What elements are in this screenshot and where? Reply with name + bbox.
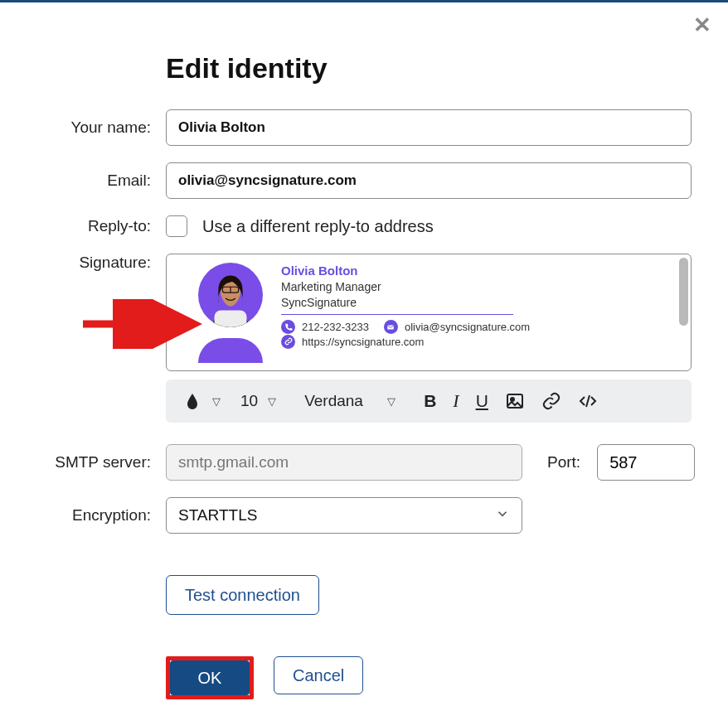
dialog-title: Edit identity xyxy=(166,52,692,85)
label-your-name: Your name: xyxy=(36,118,166,137)
label-signature: Signature: xyxy=(36,254,166,272)
svg-rect-2 xyxy=(215,311,247,327)
signature-company: SyncSignature xyxy=(281,295,530,311)
chevron-down-icon[interactable]: ▽ xyxy=(212,395,221,408)
editor-toolbar: ▽ 10 ▽ Verdana ▽ B I U xyxy=(166,380,692,423)
port-input[interactable] xyxy=(597,444,695,481)
label-smtp: SMTP server: xyxy=(36,453,166,471)
reply-to-checkbox[interactable] xyxy=(166,215,187,237)
label-email: Email: xyxy=(36,172,166,190)
signature-editor[interactable]: Olivia Bolton Marketing Manager SyncSign… xyxy=(166,254,692,371)
email-input[interactable] xyxy=(166,162,692,199)
close-icon[interactable]: ✕ xyxy=(693,14,711,36)
italic-button[interactable]: I xyxy=(448,387,463,415)
link-button[interactable] xyxy=(536,388,566,414)
link-icon xyxy=(281,335,295,349)
email-icon xyxy=(384,320,398,334)
label-encryption: Encryption: xyxy=(36,506,166,525)
dialog: Edit identity Your name: Email: Reply-to… xyxy=(0,2,728,706)
bold-button[interactable]: B xyxy=(419,388,441,414)
chevron-down-icon[interactable]: ▽ xyxy=(387,395,396,408)
phone-icon xyxy=(281,320,295,334)
font-family-value[interactable]: Verdana xyxy=(299,392,382,410)
test-connection-button[interactable]: Test connection xyxy=(166,575,319,615)
underline-button[interactable]: U xyxy=(471,388,493,414)
svg-point-5 xyxy=(511,398,514,401)
your-name-input[interactable] xyxy=(166,109,692,146)
ok-button-highlight: OK xyxy=(166,656,254,699)
signature-job-title: Marketing Manager xyxy=(281,279,530,295)
signature-email: olivia@syncsignature.com xyxy=(405,320,530,335)
smtp-server-input[interactable] xyxy=(166,444,522,481)
signature-divider xyxy=(281,314,513,315)
ok-button[interactable]: OK xyxy=(170,660,250,695)
avatar-secondary xyxy=(198,338,263,363)
chevron-down-icon xyxy=(495,506,510,525)
signature-phone: 212-232-3233 xyxy=(302,320,369,335)
signature-website: https://syncsignature.com xyxy=(302,335,424,350)
signature-name: Olivia Bolton xyxy=(281,263,530,279)
scrollbar-thumb[interactable] xyxy=(679,258,688,326)
reply-to-checkbox-label: Use a different reply-to address xyxy=(202,217,434,236)
avatar xyxy=(198,263,263,327)
label-port: Port: xyxy=(547,453,580,471)
encryption-value: STARTTLS xyxy=(178,506,257,525)
label-reply-to: Reply-to: xyxy=(36,217,166,235)
text-color-button[interactable] xyxy=(177,388,207,414)
code-button[interactable] xyxy=(573,388,603,414)
cancel-button[interactable]: Cancel xyxy=(274,656,363,694)
font-size-value[interactable]: 10 xyxy=(235,392,263,410)
chevron-down-icon[interactable]: ▽ xyxy=(268,395,276,408)
encryption-select[interactable]: STARTTLS xyxy=(166,497,522,534)
image-button[interactable] xyxy=(500,388,530,414)
